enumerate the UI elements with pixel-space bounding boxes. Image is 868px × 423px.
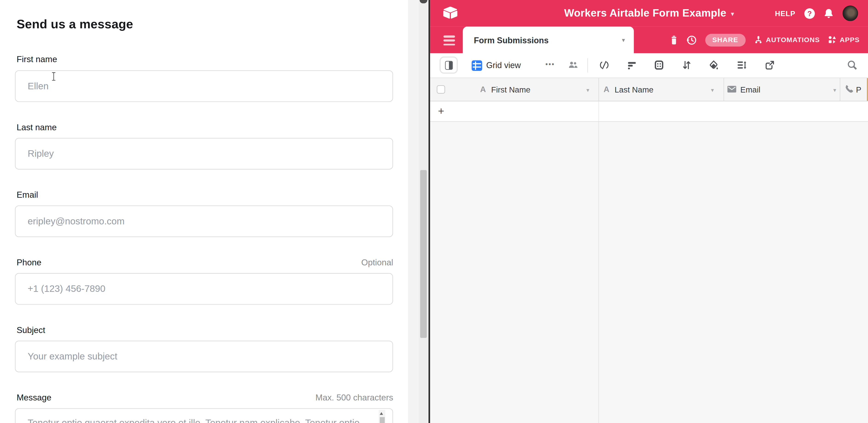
add-row[interactable]: +	[430, 101, 868, 122]
airtable-window: Workers Airtable Form Example ▾ HELP ? F…	[430, 0, 868, 423]
airtable-top-bar: Workers Airtable Form Example ▾ HELP ?	[430, 0, 868, 27]
table-tab-bar: Form Submissions ▾	[430, 27, 868, 53]
email-label: Email	[17, 190, 38, 200]
trash-icon[interactable]	[670, 35, 678, 45]
column-header-first-name[interactable]: First Name	[491, 85, 531, 94]
screen: Send us a message First name Last name E…	[0, 0, 868, 423]
search-icon[interactable]	[847, 60, 858, 70]
text-field-icon: A	[603, 85, 609, 94]
view-options-ellipsis[interactable]: •••	[545, 60, 555, 68]
select-all-checkbox[interactable]	[437, 85, 445, 93]
window-scrollbar-thumb[interactable]	[420, 170, 427, 338]
hide-fields-icon[interactable]	[599, 60, 609, 70]
message-textarea[interactable]	[15, 408, 393, 423]
column-caret-icon[interactable]: ▾	[587, 86, 589, 93]
window-divider	[428, 0, 430, 423]
grid-body	[430, 122, 868, 423]
page-gutter	[408, 0, 419, 423]
subject-label: Subject	[17, 325, 45, 335]
phone-optional-note: Optional	[361, 258, 393, 267]
last-name-label: Last name	[17, 122, 57, 132]
text-field-icon: A	[480, 85, 486, 94]
base-title-caret-icon[interactable]: ▾	[731, 10, 734, 18]
base-title[interactable]: Workers Airtable Form Example	[564, 7, 726, 19]
first-name-label: First name	[17, 54, 57, 64]
row-height-icon[interactable]	[737, 60, 747, 70]
clipped-highlight	[867, 78, 868, 101]
last-name-input[interactable]	[15, 138, 393, 170]
primary-column-separator	[599, 122, 599, 423]
column-header-email[interactable]: Email	[740, 85, 761, 94]
first-name-input[interactable]	[15, 70, 393, 102]
group-icon[interactable]	[655, 60, 664, 70]
user-avatar[interactable]	[842, 5, 858, 21]
share-button[interactable]: SHARE	[705, 34, 745, 46]
column-header-phone[interactable]: P	[856, 85, 861, 94]
help-question-icon[interactable]: ?	[804, 8, 815, 19]
phone-input[interactable]	[15, 273, 393, 305]
phone-label: Phone	[17, 258, 41, 267]
add-row-plus-icon[interactable]: +	[438, 105, 444, 117]
sort-icon[interactable]	[682, 60, 691, 70]
textarea-scrollbar[interactable]	[379, 410, 385, 423]
form-title: Send us a message	[17, 17, 133, 32]
email-input[interactable]	[15, 206, 393, 237]
color-icon[interactable]	[709, 60, 719, 70]
share-view-icon[interactable]	[765, 60, 775, 70]
phone-icon	[844, 85, 853, 94]
tab-form-submissions[interactable]: Form Submissions ▾	[463, 27, 634, 53]
sidebar-toggle-icon	[445, 61, 453, 70]
contact-form-panel: Send us a message First name Last name E…	[0, 0, 408, 423]
grid-header-row: A First Name ▾ A Last Name ▾ Email ▾ P	[430, 78, 868, 101]
scroll-up-arrow-icon[interactable]	[380, 412, 383, 415]
table-caret-icon[interactable]: ▾	[622, 37, 625, 44]
collaborators-icon[interactable]	[568, 60, 579, 70]
automations-label: AUTOMATIONS	[766, 36, 820, 44]
message-label: Message	[17, 393, 51, 402]
text-cursor-icon	[51, 72, 56, 81]
column-caret-icon[interactable]: ▾	[711, 86, 714, 93]
grid-view-icon[interactable]	[472, 60, 482, 71]
view-name[interactable]: Grid view	[486, 60, 521, 70]
help-button[interactable]: HELP	[775, 9, 795, 18]
message-max-note: Max. 500 characters	[315, 393, 393, 402]
tables-menu-icon[interactable]	[444, 35, 455, 48]
subject-input[interactable]	[15, 341, 393, 372]
notifications-bell-icon[interactable]	[824, 8, 834, 19]
automations-button[interactable]: AUTOMATIONS	[754, 35, 820, 44]
toolbar-divider	[587, 58, 588, 73]
column-caret-icon[interactable]: ▾	[833, 86, 836, 93]
filter-icon[interactable]	[627, 60, 637, 70]
view-sidebar-toggle-button[interactable]	[440, 57, 458, 74]
view-toolbar: Grid view •••	[430, 53, 868, 78]
apps-button[interactable]: APPS	[828, 35, 860, 44]
active-table-name: Form Submissions	[474, 27, 549, 53]
history-icon[interactable]	[686, 34, 697, 45]
column-header-last-name[interactable]: Last Name	[615, 85, 653, 94]
email-icon	[727, 86, 737, 92]
scrollbar-thumb[interactable]	[379, 417, 384, 423]
apps-label: APPS	[840, 36, 860, 44]
